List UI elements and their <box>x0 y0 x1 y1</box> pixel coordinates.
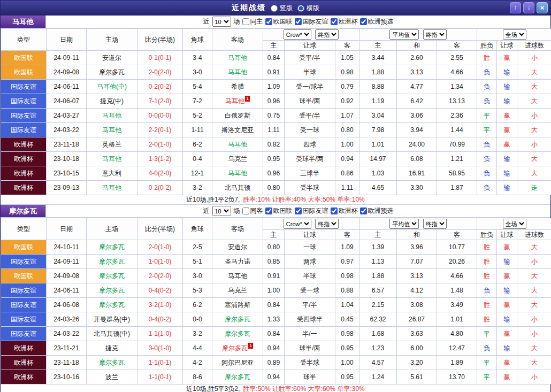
avg-draw-odds-cell: 3.06 <box>397 109 437 123</box>
header-wdl: 胜负 <box>477 230 497 240</box>
nations-league-label: 欧国联 <box>273 17 293 26</box>
table-header-row-groups: 类型 日期 主场 比分(半场) 角球 客场 Crow* 终指 平均值 终指 <box>1 218 551 230</box>
score-cell: 1-1(1-0) <box>137 327 183 341</box>
home-odds-cell: 0.85 <box>263 255 285 269</box>
avg-away-odds-cell: 1.44 <box>437 123 477 137</box>
avg-away-odds-cell: 2.55 <box>437 51 477 65</box>
home-odds-cell: 0.94 <box>263 370 285 385</box>
home-team-cell: 波兰 <box>87 370 137 385</box>
layout-option-vertical[interactable]: 竖版 <box>270 4 293 13</box>
handicap-line-cell: 半球 <box>285 269 335 283</box>
handicap-line-cell: 球半 <box>285 370 335 385</box>
home-team-cell: 意大利 <box>87 166 137 181</box>
away-odds-cell: 0.95 <box>335 341 359 356</box>
nations-league-checkbox[interactable] <box>265 207 272 214</box>
match-row: 欧国联24-09-08摩尔多瓦2-0(2-0)3-0马耳他0.91半球0.981… <box>1 269 551 283</box>
euro-label: 欧洲杯 <box>339 206 358 216</box>
layout-option-horizontal[interactable]: 横版 <box>297 4 319 13</box>
goals-result-cell: 大 <box>517 123 551 137</box>
win-draw-loss-cell: 平 <box>477 109 497 123</box>
league-filter-nations-league[interactable]: 欧国联 <box>265 206 293 216</box>
league-filter-friendly[interactable]: 国际友谊 <box>294 206 328 216</box>
date-cell: 23-11-18 <box>47 356 87 370</box>
home-odds-cell: 0.94 <box>263 341 285 356</box>
filter-bar: 近 10 场 同客 欧国联 国际友谊 欧洲杯 <box>46 205 550 217</box>
home-team-cell: 捷克(中) <box>87 94 137 109</box>
match-row: 国际友谊24-06-11摩尔多瓦0-4(0-2)5-3乌克兰1.00受一球0.8… <box>1 283 551 298</box>
odds-stage-select[interactable]: 终指 <box>315 29 339 40</box>
avg-away-odds-cell: 4.66 <box>437 269 477 283</box>
section-footer: 近10场,胜1平2负7, 胜率:10% 让胜率:40% 大率:50% 单率:10… <box>1 195 550 205</box>
header-average-group: 平均值 终指 <box>359 29 477 41</box>
home-team-cell: 马耳他 <box>87 109 137 123</box>
away-team-cell: 马耳他 <box>212 51 263 65</box>
away-odds-cell: 0.45 <box>335 312 359 327</box>
red-card-badge: 1 <box>248 343 253 349</box>
away-team-cell: 希腊 <box>212 80 263 94</box>
horizontal-layout-radio[interactable] <box>297 5 304 12</box>
league-filter-euro-qualifier[interactable]: 欧洲预选 <box>359 17 394 26</box>
score-cell: 7-1(2-0) <box>137 94 183 109</box>
close-button[interactable]: × <box>537 2 548 13</box>
league-filter-euro-qualifier[interactable]: 欧洲预选 <box>359 206 394 216</box>
venue-checkbox[interactable] <box>242 207 249 214</box>
handicap-line-cell: 一球 <box>285 240 335 255</box>
full-match-select[interactable]: 全场 <box>503 29 526 40</box>
avg-home-odds-cell: 62.32 <box>359 312 397 327</box>
date-cell: 24-06-07 <box>47 94 87 109</box>
venue-filter[interactable]: 同主 <box>242 17 263 26</box>
league-filter-euro[interactable]: 欧洲杯 <box>330 206 358 216</box>
win-draw-loss-cell: 平 <box>477 123 497 137</box>
goals-result-cell: 大 <box>517 166 551 181</box>
away-odds-cell: 0.98 <box>335 327 359 341</box>
match-count-select[interactable]: 10 <box>212 17 231 27</box>
euro-checkbox[interactable] <box>331 18 338 25</box>
move-up-button[interactable]: ↑ <box>510 2 521 13</box>
home-team-cell: 开曼群岛(中) <box>87 312 137 327</box>
handicap-result-cell: 赢 <box>497 298 517 312</box>
venue-checkbox[interactable] <box>242 18 249 25</box>
friendly-checkbox[interactable] <box>295 18 302 25</box>
away-team-cell: 圣马力诺 <box>212 255 263 269</box>
league-filter-nations-league[interactable]: 欧国联 <box>265 17 293 26</box>
odds-company-select[interactable]: Crow* <box>284 219 311 229</box>
venue-label: 同主 <box>250 17 263 26</box>
move-down-button[interactable]: ↓ <box>523 2 534 13</box>
friendly-label: 国际友谊 <box>303 17 328 26</box>
home-odds-cell: 0.96 <box>263 166 285 181</box>
goals-result-cell: 小 <box>517 51 551 65</box>
away-odds-cell: 1.05 <box>335 51 359 65</box>
win-draw-loss-cell: 胜 <box>477 240 497 255</box>
handicap-result-cell: 赢 <box>497 269 517 283</box>
venue-filter[interactable]: 同客 <box>242 206 263 216</box>
odds-stage-select[interactable]: 终指 <box>315 219 339 229</box>
away-odds-cell: 1.11 <box>335 181 359 195</box>
nations-league-checkbox[interactable] <box>265 18 272 25</box>
friendly-checkbox[interactable] <box>295 207 302 214</box>
average-select[interactable]: 平均值 <box>389 219 419 229</box>
goals-result-cell: 小 <box>517 109 551 123</box>
home-team-cell: 安道尔 <box>87 51 137 65</box>
euro-qualifier-checkbox[interactable] <box>360 18 367 25</box>
euro-checkbox[interactable] <box>331 207 338 214</box>
euro-qualifier-checkbox[interactable] <box>360 207 367 214</box>
score-cell: 2-0(2-0) <box>137 65 183 80</box>
matches-label: 场 <box>234 206 240 216</box>
home-odds-cell: 0.82 <box>263 137 285 152</box>
odds-company-select[interactable]: Crow* <box>284 29 311 40</box>
league-filter-euro[interactable]: 欧洲杯 <box>330 17 358 26</box>
match-count-select[interactable]: 10 <box>212 206 231 216</box>
average-stage-select[interactable]: 终指 <box>423 29 447 40</box>
league-filter-friendly[interactable]: 国际友谊 <box>294 17 328 26</box>
goals-result-cell: 大 <box>517 269 551 283</box>
header-avg-draw: 和 <box>397 230 437 240</box>
handicap-line-cell: 受一球 <box>285 123 335 137</box>
full-match-select[interactable]: 全场 <box>503 219 526 229</box>
avg-home-odds-cell: 1.03 <box>359 166 397 181</box>
win-draw-loss-cell: 负 <box>477 181 497 195</box>
average-stage-select[interactable]: 终指 <box>423 219 447 229</box>
goals-result-cell: 大 <box>517 341 551 356</box>
vertical-layout-radio[interactable] <box>271 5 278 12</box>
header-average-group: 平均值 终指 <box>359 218 477 230</box>
average-select[interactable]: 平均值 <box>389 29 419 40</box>
